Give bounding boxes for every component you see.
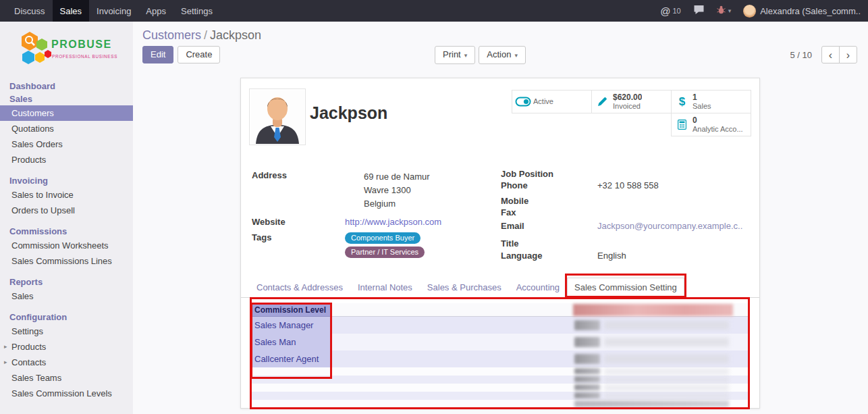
user-name-label: Alexandra (Sales_comm.. xyxy=(760,6,861,16)
stat-button-invoiced[interactable]: $620.00 Invoiced xyxy=(591,90,672,113)
tab-sales-commission-setting[interactable]: Sales Commission Setting xyxy=(567,278,684,298)
sidebar-item-products[interactable]: Products xyxy=(0,152,133,167)
sidebar-item-sales-to-invoice[interactable]: Sales to Invoice xyxy=(0,187,133,203)
mention-count-badge: 10 xyxy=(672,7,680,15)
sidebar-item-config-contacts[interactable]: ▸Contacts xyxy=(0,355,133,370)
tab-accounting[interactable]: Accounting xyxy=(509,278,567,298)
sidebar-heading-sales[interactable]: Sales xyxy=(0,93,133,105)
stat-button-sales[interactable]: $ 1 Sales xyxy=(671,90,751,113)
redacted-blur xyxy=(604,355,729,363)
print-label: Print xyxy=(443,49,461,59)
tag-components-buyer: Components Buyer xyxy=(345,232,421,244)
redacted-blur xyxy=(574,392,600,398)
redacted-blur xyxy=(604,369,729,374)
row-label: Sales Manager xyxy=(252,317,332,334)
toggle-icon xyxy=(512,97,533,107)
sidebar-heading-reports[interactable]: Reports xyxy=(0,276,133,288)
table-row[interactable]: Sales Manager xyxy=(252,317,750,334)
sidebar-heading-configuration[interactable]: Configuration xyxy=(0,311,133,324)
email-link[interactable]: Jackpson@yourcompany.example.c.. xyxy=(597,221,742,231)
tab-internal-notes[interactable]: Internal Notes xyxy=(350,278,420,298)
pager-next-button[interactable]: › xyxy=(839,46,857,63)
right-field-group: Job Position Phone +32 10 588 558 Mobile… xyxy=(501,169,752,262)
mention-icon: @ xyxy=(660,5,670,17)
sidebar-item-sales-orders[interactable]: Sales Orders xyxy=(0,136,133,152)
redacted-cell xyxy=(573,351,733,367)
mentions-button[interactable]: @ 10 xyxy=(654,0,686,22)
sidebar-item-commission-worksheets[interactable]: Commission Worksheets xyxy=(0,238,133,253)
website-link[interactable]: http://www.jackpson.com xyxy=(345,217,441,227)
row-label: Sales Man xyxy=(252,334,332,351)
table-row[interactable]: Sales Man xyxy=(252,334,750,351)
left-field-group: Address 69 rue de Namur Wavre 1300 Belgi… xyxy=(252,170,495,259)
sidebar-heading-commissions[interactable]: Commissions xyxy=(0,225,133,238)
table-row[interactable]: Callcenter Agent xyxy=(252,351,750,367)
chat-bubble-icon xyxy=(693,5,705,17)
breadcrumb-current: Jackpson xyxy=(210,28,261,42)
empty-table-row xyxy=(252,384,750,392)
redacted-blur xyxy=(604,393,729,398)
debug-menu-button[interactable]: ▾ xyxy=(711,0,738,22)
sidebar-item-quotations[interactable]: Quotations xyxy=(0,121,133,136)
address-label: Address xyxy=(252,170,345,211)
redacted-blur xyxy=(574,376,600,382)
expand-arrow-icon: ▸ xyxy=(4,343,7,350)
menu-sales[interactable]: Sales xyxy=(53,0,90,22)
stat-button-active[interactable]: Active xyxy=(512,90,592,113)
menu-apps[interactable]: Apps xyxy=(138,0,173,22)
sidebar-item-customers[interactable]: Customers xyxy=(0,105,133,121)
menu-discuss[interactable]: Discuss xyxy=(7,0,53,22)
sidebar-heading-dashboard[interactable]: Dashboard xyxy=(0,80,133,93)
customer-avatar xyxy=(249,88,306,145)
sidebar-heading-invoicing[interactable]: Invoicing xyxy=(0,174,133,187)
redacted-blur xyxy=(574,354,600,364)
commission-level-header[interactable]: Commission Level xyxy=(252,303,332,317)
print-menu-button[interactable]: Print▾ xyxy=(435,46,475,64)
sidebar-item-reports-sales[interactable]: Sales xyxy=(0,288,133,304)
language-label: Language xyxy=(501,251,597,261)
redacted-blur xyxy=(574,320,600,330)
main-content: Customers/Jackpson Edit Create Print▾ Ac… xyxy=(133,22,868,414)
sidebar-item-sales-teams[interactable]: Sales Teams xyxy=(0,370,133,386)
email-label: Email xyxy=(501,221,597,231)
sidebar-item-settings[interactable]: Settings xyxy=(0,324,133,339)
sidebar-item-sales-commissions-lines[interactable]: Sales Commissions Lines xyxy=(0,253,133,269)
redacted-blur xyxy=(573,304,733,316)
tags-label: Tags xyxy=(252,232,345,258)
sidebar-item-sales-commission-levels[interactable]: Sales Commission Levels xyxy=(0,386,133,401)
tab-contacts-addresses[interactable]: Contacts & Addresses xyxy=(249,278,350,298)
control-panel: Edit Create Print▾ Action▾ 5 / 10 ‹ › xyxy=(142,46,857,65)
probuse-logo[interactable]: PROBUSE PROFESSIONAL BUSINESS xyxy=(0,22,133,73)
tags-value: Components Buyer Partner / IT Services xyxy=(345,232,425,258)
stat-label: Active xyxy=(533,97,553,105)
user-menu[interactable]: Alexandra (Sales_comm.. xyxy=(737,0,867,22)
phone-value: +32 10 588 558 xyxy=(597,180,659,190)
sidebar-item-config-products[interactable]: ▸Products xyxy=(0,339,133,355)
pencil-icon xyxy=(592,97,613,107)
title-label: Title xyxy=(501,238,597,249)
create-button[interactable]: Create xyxy=(178,46,220,63)
breadcrumb-link-customers[interactable]: Customers xyxy=(142,28,201,42)
messages-button[interactable] xyxy=(687,0,711,22)
fax-label: Fax xyxy=(501,207,597,217)
menu-settings[interactable]: Settings xyxy=(173,0,220,22)
redacted-blur xyxy=(604,377,729,382)
tab-sales-purchases[interactable]: Sales & Purchases xyxy=(420,278,509,298)
stat-button-analytic-accounts[interactable]: 0 Analytic Acco... xyxy=(671,113,751,136)
language-value: English xyxy=(597,251,626,261)
action-menu-button[interactable]: Action▾ xyxy=(479,46,526,64)
chevron-down-icon: ▾ xyxy=(728,7,732,14)
pager-count: 5 / 10 xyxy=(790,50,812,60)
menu-invoicing[interactable]: Invoicing xyxy=(89,0,138,22)
website-label: Website xyxy=(252,217,345,227)
stat-label: Analytic Acco... xyxy=(693,125,743,133)
empty-table-row xyxy=(252,392,750,400)
edit-button[interactable]: Edit xyxy=(142,46,173,63)
logo-title: PROBUSE xyxy=(51,38,112,50)
sidebar-item-orders-to-upsell[interactable]: Orders to Upsell xyxy=(0,203,133,218)
bug-icon xyxy=(717,5,726,16)
redacted-cell xyxy=(573,317,733,334)
top-navbar: Discuss Sales Invoicing Apps Settings @ … xyxy=(0,0,868,22)
pager-prev-button[interactable]: ‹ xyxy=(821,46,840,63)
empty-table-row xyxy=(252,367,750,376)
